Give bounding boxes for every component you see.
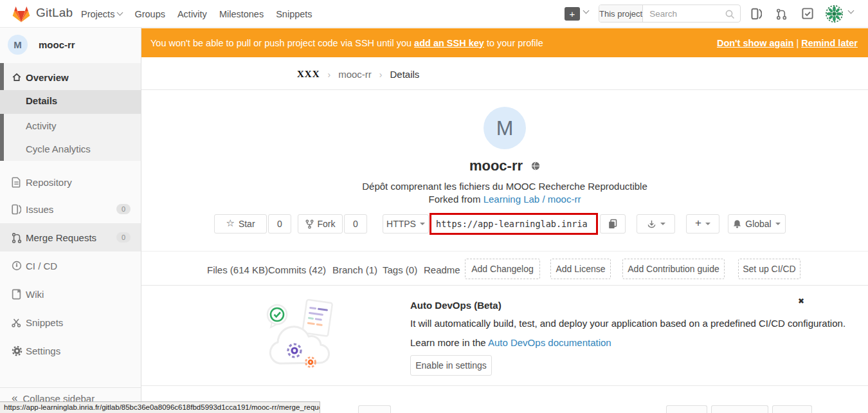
sidebar-item-wiki[interactable]: Wiki (0, 280, 141, 308)
auto-devops-description: It will automatically build, test, and d… (410, 318, 845, 329)
new-menu-button[interactable]: + (565, 7, 580, 21)
tab-readme[interactable]: Readme (424, 264, 460, 275)
merge-requests-icon (12, 232, 22, 243)
setup-ci-cd-button[interactable]: Set up CI/CD (738, 259, 800, 279)
issues-dashboard-icon[interactable] (751, 8, 762, 20)
sidebar-item-repository[interactable]: Repository (0, 168, 141, 196)
banner-actions: Don't show again|Remind later (717, 38, 858, 48)
dont-show-again-link[interactable]: Don't show again (717, 38, 793, 48)
close-icon[interactable]: ✖ (798, 297, 804, 306)
sidebar-item-ci-cd[interactable]: CI / CD (0, 252, 141, 280)
todos-icon[interactable] (802, 8, 813, 19)
book-icon (12, 289, 21, 300)
auto-devops-illustration (260, 291, 341, 376)
sidebar-item-issues[interactable]: Issues 0 (0, 195, 141, 223)
remind-later-link[interactable]: Remind later (801, 38, 858, 48)
sidebar-item-activity[interactable]: Activity (0, 114, 141, 137)
sidebar-item-details[interactable]: Details (0, 87, 141, 114)
sidebar-item-settings[interactable]: Settings (0, 336, 141, 365)
sidebar-item-merge-requests[interactable]: Merge Requests 0 (0, 223, 141, 252)
gitlab-project-page: GitLab Projects Groups Activity Mileston… (0, 0, 868, 413)
content-divider (141, 251, 868, 252)
fork-icon (305, 219, 314, 229)
add-changelog-button[interactable]: Add Changelog (465, 259, 540, 279)
issues-count-badge: 0 (116, 204, 131, 214)
breadcrumb: XXX › mooc-rr › Details (297, 69, 419, 80)
search-icon (725, 9, 736, 20)
clipboard-icon (608, 219, 618, 229)
search-bar: This project (599, 5, 741, 23)
nav-groups[interactable]: Groups (134, 9, 165, 19)
breadcrumb-bar: XXX › mooc-rr › Details (141, 57, 868, 90)
partial-button[interactable] (772, 405, 812, 413)
nav-activity[interactable]: Activity (177, 9, 207, 19)
tab-files[interactable]: Files (614 KB) (207, 264, 268, 275)
protocol-dropdown[interactable]: HTTPS (383, 214, 429, 234)
gauge-icon (12, 261, 22, 271)
identicon-pattern (825, 5, 844, 23)
chevron-right-icon: › (328, 69, 331, 80)
add-contribution-guide-button[interactable]: Add Contribution guide (622, 259, 725, 279)
partial-button[interactable] (711, 405, 768, 413)
merge-requests-icon[interactable] (776, 8, 787, 20)
tab-tags[interactable]: Tags (0) (383, 264, 417, 275)
nav-milestones[interactable]: Milestones (219, 9, 264, 19)
forked-from-line: Forked from Learning Lab / mooc-rr (141, 194, 868, 205)
chevron-right-icon: › (379, 69, 383, 80)
sidebar-project-avatar[interactable]: M (8, 35, 28, 55)
enable-in-settings-button[interactable]: Enable in settings (410, 355, 492, 376)
add-license-button[interactable]: Add License (550, 259, 611, 279)
breadcrumb-namespace[interactable]: XXX (297, 69, 320, 80)
copy-url-button[interactable] (600, 214, 626, 234)
add-ssh-key-link[interactable]: add an SSH key (414, 38, 484, 48)
browser-status-url: https://app-learninglab.inria.fr/gitlab/… (0, 401, 320, 413)
sidebar-item-cycle-analytics[interactable]: Cycle Analytics (0, 137, 141, 161)
nav-projects[interactable]: Projects (81, 9, 122, 19)
gitlab-tanuki-logo-icon[interactable] (11, 5, 32, 24)
tabs-bottom-border (141, 285, 868, 286)
tab-branch[interactable]: Branch (1) (332, 264, 377, 275)
fork-source-link[interactable]: Learning Lab / mooc-rr (484, 194, 581, 205)
caret-down-icon (660, 223, 665, 228)
add-dropdown[interactable]: + (686, 214, 719, 234)
sidebar-project-name[interactable]: mooc-rr (39, 39, 75, 50)
project-sidebar: M mooc-rr Overview Details Activity Cycl… (0, 28, 141, 413)
auto-devops-learn-more: Learn more in the Auto DevOps documentat… (410, 337, 611, 348)
breadcrumb-project[interactable]: mooc-rr (338, 69, 372, 80)
caret-down-icon (705, 223, 710, 228)
document-icon (12, 177, 21, 188)
sidebar-item-snippets[interactable]: Snippets (0, 308, 141, 336)
project-title: mooc-rr (469, 158, 523, 174)
user-avatar[interactable] (825, 5, 844, 23)
partial-button[interactable] (666, 405, 707, 413)
plus-icon: + (695, 217, 701, 230)
star-button[interactable]: ☆ Star (214, 214, 267, 234)
auto-devops-docs-link[interactable]: Auto DevOps documentation (488, 337, 611, 348)
gitlab-logo-text[interactable]: GitLab (36, 6, 73, 20)
chevron-down-icon[interactable] (583, 8, 590, 14)
chevron-down-icon[interactable] (848, 8, 854, 14)
sidebar-footer-divider (0, 387, 141, 388)
nav-snippets[interactable]: Snippets (276, 9, 312, 19)
gear-icon (12, 345, 23, 356)
caret-down-icon (420, 223, 425, 228)
download-icon (647, 219, 656, 229)
auto-devops-bottom-border (141, 385, 868, 386)
partial-button[interactable] (358, 405, 391, 413)
auto-devops-title: Auto DevOps (Beta) (410, 300, 502, 311)
ssh-key-warning-banner: You won't be able to pull or push projec… (141, 28, 868, 57)
project-title-row: mooc-rr (141, 158, 868, 174)
bell-icon (733, 219, 741, 228)
fork-button[interactable]: Fork (298, 214, 343, 234)
star-count[interactable]: 0 (268, 214, 291, 234)
breadcrumb-current: Details (390, 69, 420, 80)
download-dropdown[interactable] (637, 214, 675, 234)
star-icon: ☆ (226, 217, 234, 229)
fork-count[interactable]: 0 (344, 214, 367, 234)
notification-dropdown[interactable]: Global (728, 214, 786, 234)
top-nav-links: Projects Groups Activity Milestones Snip… (81, 0, 312, 28)
merge-requests-count-badge: 0 (116, 232, 131, 243)
tab-commits[interactable]: Commits (42) (268, 264, 326, 275)
clone-url-field[interactable]: https://app-learninglab.inria (429, 213, 598, 235)
search-scope-label[interactable]: This project (599, 5, 643, 22)
